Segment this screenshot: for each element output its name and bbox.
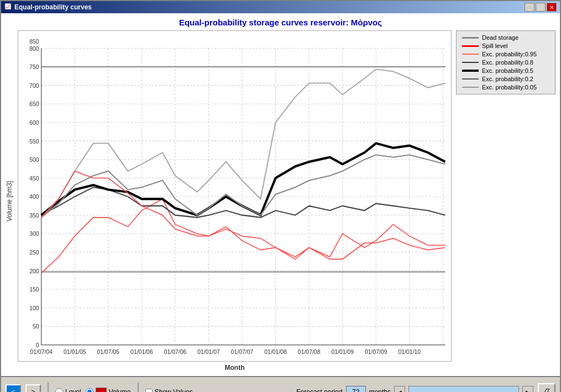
svg-text:01/07/08: 01/07/08 xyxy=(298,349,321,355)
volume-radio-item[interactable]: Volume xyxy=(86,388,131,392)
svg-text:50: 50 xyxy=(33,324,39,330)
legend-line-prob-02 xyxy=(462,78,479,80)
svg-text:01/01/09: 01/01/09 xyxy=(331,349,354,355)
slider-left-arrow[interactable]: ◀ xyxy=(394,386,405,392)
legend-item-prob-02: Exc. probability:0.2 xyxy=(462,76,549,82)
svg-text:200: 200 xyxy=(29,268,39,274)
legend-label-dead-storage: Dead storage xyxy=(482,34,518,41)
slider-right-arrow[interactable]: ▶ xyxy=(522,386,533,392)
svg-text:01/07/05: 01/07/05 xyxy=(97,349,120,355)
forecast-input[interactable] xyxy=(346,386,366,392)
legend-label-prob-005: Exc. probability:0.05 xyxy=(482,84,537,91)
svg-text:01/01/05: 01/01/05 xyxy=(64,349,86,355)
volume-label: Volume xyxy=(109,388,131,392)
slider-bar xyxy=(409,386,518,392)
chart-legend: Dead storage Spill level Exc. probabilit… xyxy=(456,30,555,94)
separator-2 xyxy=(138,382,139,392)
svg-text:150: 150 xyxy=(29,287,39,293)
legend-item-prob-08: Exc. probability:0.8 xyxy=(462,59,549,66)
legend-label-spill: Spill level xyxy=(482,43,507,49)
svg-text:750: 750 xyxy=(29,64,39,70)
legend-label-prob-095: Exc. probability:0.95 xyxy=(482,51,537,57)
svg-text:500: 500 xyxy=(29,157,39,163)
svg-text:800: 800 xyxy=(29,46,39,52)
svg-text:01/07/06: 01/07/06 xyxy=(164,349,187,355)
svg-text:400: 400 xyxy=(29,194,39,200)
legend-item-spill: Spill level xyxy=(462,43,549,49)
svg-text:300: 300 xyxy=(29,231,39,237)
legend-line-prob-005 xyxy=(462,87,479,88)
volume-radio[interactable] xyxy=(86,388,93,392)
legend-line-prob-095 xyxy=(462,54,479,55)
window-icon: 📈 xyxy=(4,3,12,11)
main-window: 📈 Equal-probability curves _ □ ✕ Equal-p… xyxy=(0,0,561,392)
legend-item-prob-05: Exc. probability:0.5 xyxy=(462,67,549,74)
print-button[interactable]: 🖨 xyxy=(538,383,555,392)
show-values-label: Show Values xyxy=(155,388,193,392)
legend-label-prob-05: Exc. probability:0.5 xyxy=(482,67,533,74)
window-title: Equal-probability curves xyxy=(14,3,92,11)
chart-plot: 0 50 100 150 200 250 300 350 400 450 500… xyxy=(18,30,452,362)
svg-text:01/01/06: 01/01/06 xyxy=(130,349,153,355)
svg-text:450: 450 xyxy=(29,176,39,182)
legend-line-prob-05 xyxy=(462,70,479,72)
close-button[interactable]: ✕ xyxy=(547,3,557,12)
forecast-label: Forecast period xyxy=(296,388,342,392)
svg-text:700: 700 xyxy=(29,83,39,89)
nav-prev-button[interactable]: < xyxy=(6,384,21,392)
y-axis-label: Volume [hm3] xyxy=(6,30,13,372)
svg-text:350: 350 xyxy=(29,213,39,219)
level-radio[interactable] xyxy=(55,388,63,392)
bottom-bar: < > Level Volume Show Values Forecast pe… xyxy=(1,376,560,392)
chart-main: 0 50 100 150 200 250 300 350 400 450 500… xyxy=(18,30,452,372)
nav-next-button[interactable]: > xyxy=(25,384,41,392)
legend-label-prob-08: Exc. probability:0.8 xyxy=(482,59,533,66)
legend-label-prob-02: Exc. probability:0.2 xyxy=(482,76,533,82)
svg-text:01/01/10: 01/01/10 xyxy=(399,349,421,355)
volume-color-box xyxy=(96,388,107,392)
chart-title: Equal-probability storage curves reservo… xyxy=(6,18,555,27)
svg-text:650: 650 xyxy=(29,101,39,107)
svg-text:850: 850 xyxy=(29,39,39,45)
svg-text:600: 600 xyxy=(29,120,39,126)
legend-line-prob-08 xyxy=(462,62,479,63)
legend-line-spill xyxy=(462,45,479,47)
svg-text:01/07/09: 01/07/09 xyxy=(365,349,387,355)
svg-text:100: 100 xyxy=(29,305,39,311)
svg-text:550: 550 xyxy=(29,139,39,145)
show-values-checkbox-item[interactable]: Show Values xyxy=(145,388,193,392)
chart-svg: 0 50 100 150 200 250 300 350 400 450 500… xyxy=(18,31,451,361)
chart-container: Volume [hm3] xyxy=(6,30,555,372)
legend-line-dead-storage xyxy=(462,37,479,39)
legend-item-dead-storage: Dead storage xyxy=(462,34,549,41)
svg-text:01/01/08: 01/01/08 xyxy=(264,349,287,355)
months-label: months xyxy=(369,388,391,392)
legend-item-prob-095: Exc. probability:0.95 xyxy=(462,51,549,57)
chart-area: Equal-probability storage curves reservo… xyxy=(1,13,560,376)
svg-text:250: 250 xyxy=(29,250,39,256)
slider-track[interactable] xyxy=(408,386,519,392)
window-controls: _ □ ✕ xyxy=(525,3,557,12)
level-radio-item[interactable]: Level xyxy=(55,388,81,392)
show-values-checkbox[interactable] xyxy=(145,389,153,392)
x-axis-label: Month xyxy=(18,364,452,372)
legend-item-prob-005: Exc. probability:0.05 xyxy=(462,84,549,91)
svg-text:01/07/04: 01/07/04 xyxy=(30,349,53,355)
maximize-button[interactable]: □ xyxy=(536,3,546,12)
svg-text:01/07/07: 01/07/07 xyxy=(231,349,254,355)
svg-text:01/01/07: 01/01/07 xyxy=(197,349,220,355)
level-label: Level xyxy=(65,388,81,392)
separator-1 xyxy=(48,382,49,392)
svg-text:0: 0 xyxy=(36,342,39,348)
title-bar: 📈 Equal-probability curves _ □ ✕ xyxy=(1,1,560,13)
minimize-button[interactable]: _ xyxy=(525,3,534,12)
forecast-group: Forecast period months ◀ ▶ xyxy=(296,386,533,392)
